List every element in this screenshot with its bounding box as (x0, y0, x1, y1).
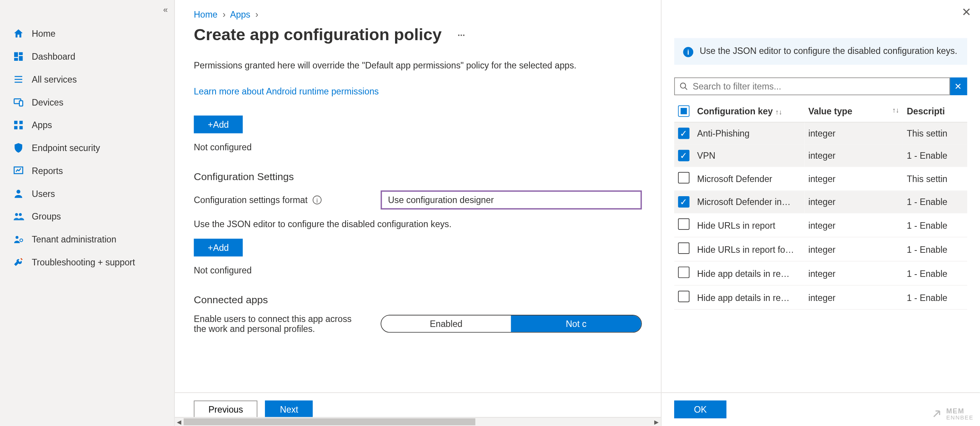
select-all-checkbox[interactable] (678, 106, 689, 117)
svg-point-15 (15, 213, 18, 216)
table-row[interactable]: ✓Microsoft Defender in…integer1 - Enable (674, 191, 967, 213)
cell-description: 1 - Enable (903, 145, 967, 167)
row-checkbox[interactable]: ✓ (678, 196, 689, 208)
sidebar: « Home Dashboard All services Devices Ap… (0, 0, 175, 426)
cell-key: Anti-Phishing (693, 122, 805, 145)
page-title-row: Create app configuration policy ··· (194, 25, 642, 44)
config-keys-panel: ✕ i Use the JSON editor to configure the… (661, 0, 980, 426)
connected-apps-toggle[interactable]: Enabled Not c (381, 315, 642, 332)
scroll-right-arrow[interactable]: ▶ (652, 418, 661, 426)
page-title: Create app configuration policy (194, 25, 442, 44)
svg-rect-3 (14, 58, 18, 60)
table-row[interactable]: ✓Anti-PhishingintegerThis settin (674, 122, 967, 145)
svg-rect-8 (20, 101, 23, 106)
config-format-label: Configuration settings format i (194, 195, 380, 205)
sidebar-item-all-services[interactable]: All services (0, 68, 174, 91)
svg-rect-9 (14, 121, 18, 124)
table-row[interactable]: Hide app details in re…integer1 - Enable (674, 285, 967, 309)
sidebar-collapse-button[interactable]: « (163, 5, 168, 15)
cell-key: Hide app details in re… (693, 261, 805, 285)
sidebar-item-troubleshooting[interactable]: Troubleshooting + support (0, 251, 174, 274)
config-format-select[interactable]: Use configuration designer (381, 190, 642, 210)
sidebar-item-endpoint-security[interactable]: Endpoint security (0, 137, 174, 159)
connected-apps-label: Enable users to connect this app across … (194, 314, 381, 334)
row-checkbox[interactable]: ✓ (678, 128, 689, 139)
cell-value-type: integer (805, 167, 903, 191)
sidebar-item-home[interactable]: Home (0, 22, 174, 45)
reports-icon (13, 165, 24, 177)
sidebar-item-apps[interactable]: Apps (0, 114, 174, 137)
cell-description: 1 - Enable (903, 213, 967, 237)
breadcrumb-home[interactable]: Home (194, 10, 217, 20)
cell-description: 1 - Enable (903, 261, 967, 285)
learn-more-link[interactable]: Learn more about Android runtime permiss… (194, 86, 379, 97)
main-content: Home › Apps › Create app configuration p… (175, 0, 661, 426)
toggle-enabled[interactable]: Enabled (381, 315, 511, 332)
info-banner: i Use the JSON editor to configure the d… (674, 38, 967, 65)
horizontal-scrollbar[interactable]: ◀ ▶ (175, 417, 661, 426)
devices-icon (13, 96, 24, 108)
close-panel-button[interactable]: ✕ (962, 5, 971, 19)
cell-key: Microsoft Defender (693, 167, 805, 191)
row-checkbox[interactable] (678, 218, 689, 230)
sidebar-item-users[interactable]: Users (0, 182, 174, 205)
sidebar-item-label: Home (32, 29, 56, 39)
group-icon (13, 211, 24, 222)
ok-button[interactable]: OK (674, 400, 727, 418)
table-row[interactable]: Hide URLs in report fo…integer1 - Enable (674, 237, 967, 261)
svg-rect-1 (19, 52, 23, 55)
search-clear-button[interactable]: ✕ (949, 78, 967, 95)
wrench-icon (13, 257, 24, 268)
apps-icon (13, 119, 24, 131)
table-row[interactable]: ✓VPNinteger1 - Enable (674, 145, 967, 167)
toggle-not-configured[interactable]: Not c (511, 315, 641, 332)
add-config-button[interactable]: +Add (194, 239, 243, 256)
cell-description: 1 - Enable (903, 285, 967, 309)
sidebar-item-reports[interactable]: Reports (0, 159, 174, 182)
sidebar-item-groups[interactable]: Groups (0, 205, 174, 228)
cell-value-type: integer (805, 191, 903, 213)
row-checkbox[interactable]: ✓ (678, 150, 689, 161)
sidebar-item-devices[interactable]: Devices (0, 91, 174, 114)
config-settings-heading: Configuration Settings (194, 171, 642, 183)
svg-point-14 (16, 190, 20, 193)
scroll-thumb[interactable] (184, 418, 475, 425)
sidebar-item-label: Devices (32, 97, 64, 107)
sidebar-item-tenant-admin[interactable]: Tenant administration (0, 228, 174, 251)
sidebar-item-label: Tenant administration (32, 234, 116, 245)
svg-point-17 (16, 236, 18, 239)
svg-rect-2 (19, 56, 23, 60)
search-input[interactable] (674, 78, 950, 95)
row-checkbox[interactable] (678, 291, 689, 302)
cell-value-type: integer (805, 285, 903, 309)
sidebar-item-label: Troubleshooting + support (32, 257, 135, 267)
info-icon[interactable]: i (313, 195, 322, 204)
sidebar-item-dashboard[interactable]: Dashboard (0, 45, 174, 68)
table-row[interactable]: Microsoft DefenderintegerThis settin (674, 167, 967, 191)
next-button[interactable]: Next (265, 400, 313, 418)
sidebar-item-label: Reports (32, 166, 63, 176)
sidebar-item-label: Users (32, 189, 55, 199)
table-row[interactable]: Hide URLs in reportinteger1 - Enable (674, 213, 967, 237)
row-checkbox[interactable] (678, 242, 689, 254)
sidebar-item-label: Groups (32, 211, 61, 222)
cell-value-type: integer (805, 145, 903, 167)
svg-rect-10 (20, 121, 23, 124)
scroll-left-arrow[interactable]: ◀ (175, 418, 184, 426)
row-checkbox[interactable] (678, 267, 689, 278)
more-actions-button[interactable]: ··· (457, 29, 465, 40)
previous-button[interactable]: Previous (194, 400, 258, 418)
add-permission-button[interactable]: +Add (194, 115, 243, 133)
row-checkbox[interactable] (678, 172, 689, 184)
cell-description: 1 - Enable (903, 237, 967, 261)
cell-key: Hide URLs in report fo… (693, 237, 805, 261)
col-value-type[interactable]: Value type↑↓ (805, 100, 903, 122)
permissions-status: Not configured (194, 142, 642, 153)
table-row[interactable]: Hide app details in re…integer1 - Enable (674, 261, 967, 285)
breadcrumb-apps[interactable]: Apps (230, 10, 250, 20)
info-icon: i (683, 47, 694, 57)
col-config-key[interactable]: Configuration key↑↓ (693, 100, 805, 122)
col-description[interactable]: Descripti (903, 100, 967, 122)
watermark: MEM ENNBEE (930, 407, 974, 421)
cell-key: VPN (693, 145, 805, 167)
